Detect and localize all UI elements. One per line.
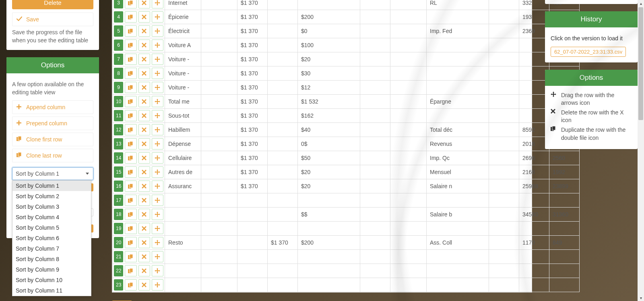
table-cell[interactable] xyxy=(201,81,237,95)
table-cell[interactable] xyxy=(489,81,519,95)
table-cell[interactable] xyxy=(390,208,427,222)
table-cell[interactable]: 23899 xyxy=(549,179,580,193)
scroll-up-icon[interactable]: ▴ xyxy=(638,0,644,6)
table-cell[interactable]: Voiture A xyxy=(165,38,201,52)
delete-row-button[interactable] xyxy=(138,96,150,107)
duplicate-row-button[interactable] xyxy=(125,237,136,248)
table-cell[interactable] xyxy=(390,109,427,123)
table-cell[interactable]: $1 370 xyxy=(237,10,268,24)
table-cell[interactable]: $12 xyxy=(298,81,360,95)
move-row-handle[interactable] xyxy=(152,68,163,79)
duplicate-row-button[interactable] xyxy=(125,0,136,8)
table-cell[interactable] xyxy=(390,250,427,264)
delete-row-button[interactable] xyxy=(138,237,150,248)
table-cell[interactable]: Revenus xyxy=(427,137,489,151)
table-cell[interactable] xyxy=(390,0,427,10)
table-cell[interactable] xyxy=(390,278,427,292)
table-cell[interactable] xyxy=(268,179,298,193)
table-cell[interactable] xyxy=(268,109,298,123)
table-cell[interactable] xyxy=(298,278,360,292)
table-cell[interactable] xyxy=(390,179,427,193)
table-cell[interactable]: Total déc xyxy=(427,123,489,137)
table-cell[interactable] xyxy=(549,264,580,278)
duplicate-row-button[interactable] xyxy=(125,25,136,37)
table-cell[interactable] xyxy=(390,222,427,236)
table-cell[interactable] xyxy=(360,10,390,24)
table-cell[interactable]: 2166 xyxy=(519,165,549,179)
sort-option[interactable]: Sort by Column 6 xyxy=(12,233,91,243)
table-cell[interactable] xyxy=(237,236,268,250)
table-cell[interactable] xyxy=(360,24,390,38)
table-cell[interactable] xyxy=(201,52,237,66)
table-cell[interactable] xyxy=(427,52,489,66)
delete-row-button[interactable] xyxy=(138,265,150,276)
table-cell[interactable] xyxy=(268,278,298,292)
table-cell[interactable] xyxy=(360,0,390,10)
table-cell[interactable]: Internet xyxy=(165,0,201,10)
clone-last-row-button[interactable]: Clone last row xyxy=(12,149,93,162)
table-cell[interactable] xyxy=(360,193,390,208)
table-cell[interactable]: $1 370 xyxy=(237,179,268,193)
table-cell[interactable]: Salaire b xyxy=(427,208,489,222)
table-cell[interactable]: $1 370 xyxy=(237,165,268,179)
duplicate-row-button[interactable] xyxy=(125,138,136,149)
sort-option[interactable]: Sort by Column 1 xyxy=(12,181,91,191)
table-cell[interactable]: Voiture - xyxy=(165,52,201,66)
table-cell[interactable] xyxy=(201,250,237,264)
table-cell[interactable] xyxy=(201,66,237,81)
delete-row-button[interactable] xyxy=(138,25,150,37)
table-cell[interactable] xyxy=(549,222,580,236)
table-cell[interactable]: $1 370 xyxy=(237,137,268,151)
table-cell[interactable]: Ass. Coll xyxy=(427,236,489,250)
table-cell[interactable] xyxy=(519,222,549,236)
table-cell[interactable] xyxy=(298,193,360,208)
delete-row-button[interactable] xyxy=(138,68,150,79)
move-row-handle[interactable] xyxy=(152,181,163,192)
table-cell[interactable] xyxy=(489,10,519,24)
move-row-handle[interactable] xyxy=(152,138,163,149)
sort-dropdown[interactable]: Sort by Column 1Sort by Column 2Sort by … xyxy=(12,180,91,296)
move-row-handle[interactable] xyxy=(152,96,163,107)
table-cell[interactable] xyxy=(201,236,237,250)
table-cell[interactable]: $200 xyxy=(298,10,360,24)
table-cell[interactable] xyxy=(427,109,489,123)
delete-row-button[interactable] xyxy=(138,82,150,93)
duplicate-row-button[interactable] xyxy=(125,279,136,291)
table-cell[interactable] xyxy=(268,52,298,66)
duplicate-row-button[interactable] xyxy=(125,152,136,164)
table-cell[interactable] xyxy=(298,0,360,10)
duplicate-row-button[interactable] xyxy=(125,209,136,220)
table-cell[interactable] xyxy=(390,95,427,109)
table-cell[interactable]: $1 370 xyxy=(237,24,268,38)
table-cell[interactable] xyxy=(390,10,427,24)
table-cell[interactable] xyxy=(427,264,489,278)
table-cell[interactable] xyxy=(427,278,489,292)
table-cell[interactable] xyxy=(489,123,519,137)
table-cell[interactable] xyxy=(360,66,390,81)
duplicate-row-button[interactable] xyxy=(125,11,136,23)
sort-option[interactable]: Sort by Column 11 xyxy=(12,285,91,296)
table-cell[interactable] xyxy=(201,24,237,38)
table-cell[interactable] xyxy=(427,250,489,264)
table-cell[interactable] xyxy=(360,165,390,179)
table-cell[interactable]: $1 370 xyxy=(237,109,268,123)
table-cell[interactable] xyxy=(201,10,237,24)
table-cell[interactable]: 0$ xyxy=(298,137,360,151)
clone-first-row-button[interactable]: Clone first row xyxy=(12,133,93,146)
table-cell[interactable] xyxy=(201,95,237,109)
table-cell[interactable] xyxy=(549,278,580,292)
table-cell[interactable] xyxy=(427,10,489,24)
scroll-down-icon[interactable]: ▾ xyxy=(638,295,644,301)
table-cell[interactable] xyxy=(268,95,298,109)
table-cell[interactable] xyxy=(360,109,390,123)
table-cell[interactable]: Voiture - xyxy=(165,81,201,95)
table-cell[interactable]: $162 xyxy=(298,109,360,123)
delete-row-button[interactable] xyxy=(138,0,150,8)
delete-row-button[interactable] xyxy=(138,138,150,149)
delete-row-button[interactable] xyxy=(138,11,150,23)
table-cell[interactable] xyxy=(549,193,580,208)
table-cell[interactable] xyxy=(360,151,390,165)
prepend-column-button[interactable]: Prepend column xyxy=(12,116,93,130)
table-cell[interactable] xyxy=(489,193,519,208)
table-cell[interactable]: $100 xyxy=(298,38,360,52)
